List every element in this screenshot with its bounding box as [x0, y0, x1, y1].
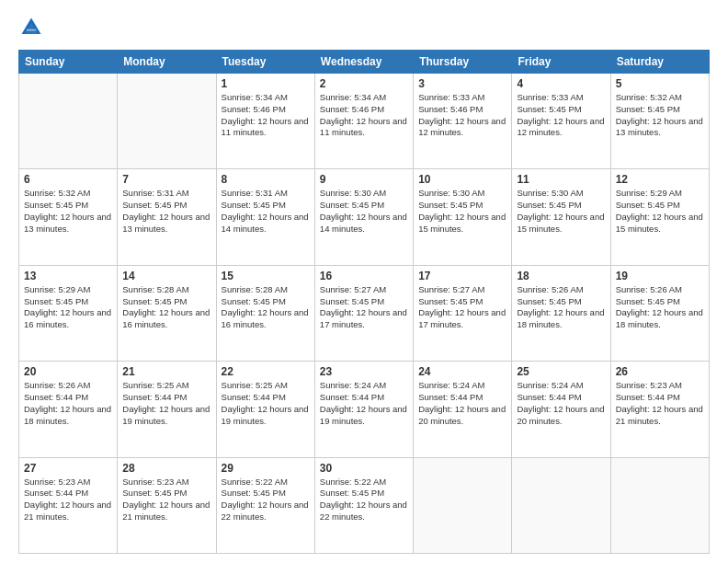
day-info: Sunrise: 5:28 AM Sunset: 5:45 PM Dayligh…	[222, 284, 310, 331]
calendar-week-3: 13Sunrise: 5:29 AM Sunset: 5:45 PM Dayli…	[19, 265, 710, 361]
day-number: 3	[418, 77, 506, 90]
calendar-cell: 8Sunrise: 5:31 AM Sunset: 5:45 PM Daylig…	[216, 169, 314, 265]
day-number: 28	[122, 462, 210, 475]
day-info: Sunrise: 5:33 AM Sunset: 5:46 PM Dayligh…	[418, 92, 506, 139]
day-info: Sunrise: 5:24 AM Sunset: 5:44 PM Dayligh…	[418, 380, 506, 427]
day-number: 30	[320, 462, 408, 475]
calendar-cell: 23Sunrise: 5:24 AM Sunset: 5:44 PM Dayli…	[314, 362, 413, 457]
day-number: 8	[222, 173, 310, 186]
day-number: 22	[222, 365, 310, 378]
day-info: Sunrise: 5:27 AM Sunset: 5:45 PM Dayligh…	[418, 284, 506, 331]
day-info: Sunrise: 5:28 AM Sunset: 5:45 PM Dayligh…	[122, 284, 210, 331]
day-info: Sunrise: 5:25 AM Sunset: 5:44 PM Dayligh…	[222, 380, 310, 427]
day-number: 10	[418, 173, 506, 186]
page: SundayMondayTuesdayWednesdayThursdayFrid…	[0, 0, 728, 563]
calendar-cell: 28Sunrise: 5:23 AM Sunset: 5:45 PM Dayli…	[118, 457, 216, 553]
day-number: 4	[517, 77, 605, 90]
calendar-week-2: 6Sunrise: 5:32 AM Sunset: 5:45 PM Daylig…	[19, 169, 710, 265]
day-info: Sunrise: 5:24 AM Sunset: 5:44 PM Dayligh…	[320, 380, 408, 427]
day-number: 24	[418, 365, 506, 378]
day-number: 16	[320, 270, 408, 282]
logo	[18, 15, 48, 40]
day-number: 21	[122, 365, 210, 378]
calendar-cell: 2Sunrise: 5:34 AM Sunset: 5:46 PM Daylig…	[314, 74, 413, 169]
day-info: Sunrise: 5:33 AM Sunset: 5:45 PM Dayligh…	[517, 92, 605, 139]
calendar-cell: 30Sunrise: 5:22 AM Sunset: 5:45 PM Dayli…	[314, 457, 413, 553]
calendar-cell: 6Sunrise: 5:32 AM Sunset: 5:45 PM Daylig…	[19, 169, 118, 265]
calendar-cell: 27Sunrise: 5:23 AM Sunset: 5:44 PM Dayli…	[19, 457, 118, 553]
day-number: 18	[517, 270, 605, 282]
calendar-cell: 17Sunrise: 5:27 AM Sunset: 5:45 PM Dayli…	[414, 265, 512, 361]
day-number: 7	[122, 173, 210, 186]
calendar-cell	[610, 457, 709, 553]
day-info: Sunrise: 5:23 AM Sunset: 5:44 PM Dayligh…	[24, 477, 112, 523]
day-number: 15	[222, 270, 310, 282]
day-number: 1	[222, 77, 310, 90]
header	[18, 15, 710, 40]
day-number: 23	[320, 365, 408, 378]
calendar-cell: 26Sunrise: 5:23 AM Sunset: 5:44 PM Dayli…	[610, 362, 709, 457]
day-info: Sunrise: 5:29 AM Sunset: 5:45 PM Dayligh…	[616, 188, 704, 235]
calendar-cell: 1Sunrise: 5:34 AM Sunset: 5:46 PM Daylig…	[216, 74, 314, 169]
day-number: 11	[517, 173, 605, 186]
calendar-cell: 21Sunrise: 5:25 AM Sunset: 5:44 PM Dayli…	[118, 362, 216, 457]
day-info: Sunrise: 5:30 AM Sunset: 5:45 PM Dayligh…	[517, 188, 605, 235]
calendar-cell: 29Sunrise: 5:22 AM Sunset: 5:45 PM Dayli…	[216, 457, 314, 553]
day-number: 12	[616, 173, 704, 186]
day-number: 5	[616, 77, 704, 90]
calendar-cell: 4Sunrise: 5:33 AM Sunset: 5:45 PM Daylig…	[512, 74, 610, 169]
day-info: Sunrise: 5:32 AM Sunset: 5:45 PM Dayligh…	[24, 188, 112, 235]
day-number: 20	[24, 365, 112, 378]
day-info: Sunrise: 5:23 AM Sunset: 5:44 PM Dayligh…	[616, 380, 704, 427]
day-number: 17	[418, 270, 506, 282]
logo-icon	[18, 15, 44, 40]
day-info: Sunrise: 5:22 AM Sunset: 5:45 PM Dayligh…	[222, 477, 310, 523]
calendar-cell	[118, 74, 216, 169]
calendar-cell: 24Sunrise: 5:24 AM Sunset: 5:44 PM Dayli…	[414, 362, 512, 457]
calendar-week-4: 20Sunrise: 5:26 AM Sunset: 5:44 PM Dayli…	[19, 362, 710, 457]
day-info: Sunrise: 5:30 AM Sunset: 5:45 PM Dayligh…	[320, 188, 408, 235]
day-info: Sunrise: 5:26 AM Sunset: 5:45 PM Dayligh…	[616, 284, 704, 331]
calendar-cell: 11Sunrise: 5:30 AM Sunset: 5:45 PM Dayli…	[512, 169, 610, 265]
calendar-week-5: 27Sunrise: 5:23 AM Sunset: 5:44 PM Dayli…	[19, 457, 710, 553]
day-info: Sunrise: 5:34 AM Sunset: 5:46 PM Dayligh…	[320, 92, 408, 139]
day-number: 27	[24, 462, 112, 475]
day-info: Sunrise: 5:32 AM Sunset: 5:45 PM Dayligh…	[616, 92, 704, 139]
calendar-header-thursday: Thursday	[414, 51, 512, 74]
calendar-cell: 20Sunrise: 5:26 AM Sunset: 5:44 PM Dayli…	[19, 362, 118, 457]
calendar-cell	[414, 457, 512, 553]
day-info: Sunrise: 5:34 AM Sunset: 5:46 PM Dayligh…	[222, 92, 310, 139]
calendar-cell: 10Sunrise: 5:30 AM Sunset: 5:45 PM Dayli…	[414, 169, 512, 265]
svg-rect-2	[27, 29, 37, 31]
calendar-header-wednesday: Wednesday	[314, 51, 413, 74]
calendar-cell: 3Sunrise: 5:33 AM Sunset: 5:46 PM Daylig…	[414, 74, 512, 169]
calendar-cell: 19Sunrise: 5:26 AM Sunset: 5:45 PM Dayli…	[610, 265, 709, 361]
calendar-cell: 7Sunrise: 5:31 AM Sunset: 5:45 PM Daylig…	[118, 169, 216, 265]
day-number: 25	[517, 365, 605, 378]
day-info: Sunrise: 5:22 AM Sunset: 5:45 PM Dayligh…	[320, 477, 408, 523]
calendar-header-friday: Friday	[512, 51, 610, 74]
day-number: 6	[24, 173, 112, 186]
day-number: 9	[320, 173, 408, 186]
day-info: Sunrise: 5:30 AM Sunset: 5:45 PM Dayligh…	[418, 188, 506, 235]
day-info: Sunrise: 5:24 AM Sunset: 5:44 PM Dayligh…	[517, 380, 605, 427]
day-info: Sunrise: 5:26 AM Sunset: 5:45 PM Dayligh…	[517, 284, 605, 331]
day-info: Sunrise: 5:31 AM Sunset: 5:45 PM Dayligh…	[222, 188, 310, 235]
day-number: 2	[320, 77, 408, 90]
day-number: 26	[616, 365, 704, 378]
calendar-cell: 18Sunrise: 5:26 AM Sunset: 5:45 PM Dayli…	[512, 265, 610, 361]
calendar-header-row: SundayMondayTuesdayWednesdayThursdayFrid…	[19, 51, 710, 74]
day-info: Sunrise: 5:25 AM Sunset: 5:44 PM Dayligh…	[122, 380, 210, 427]
day-info: Sunrise: 5:31 AM Sunset: 5:45 PM Dayligh…	[122, 188, 210, 235]
calendar-cell	[512, 457, 610, 553]
calendar-cell: 12Sunrise: 5:29 AM Sunset: 5:45 PM Dayli…	[610, 169, 709, 265]
calendar-cell: 16Sunrise: 5:27 AM Sunset: 5:45 PM Dayli…	[314, 265, 413, 361]
day-info: Sunrise: 5:26 AM Sunset: 5:44 PM Dayligh…	[24, 380, 112, 427]
day-number: 19	[616, 270, 704, 282]
calendar-cell: 9Sunrise: 5:30 AM Sunset: 5:45 PM Daylig…	[314, 169, 413, 265]
calendar-table: SundayMondayTuesdayWednesdayThursdayFrid…	[18, 50, 710, 554]
calendar-cell: 5Sunrise: 5:32 AM Sunset: 5:45 PM Daylig…	[610, 74, 709, 169]
day-number: 13	[24, 270, 112, 282]
calendar-cell: 15Sunrise: 5:28 AM Sunset: 5:45 PM Dayli…	[216, 265, 314, 361]
calendar-header-sunday: Sunday	[19, 51, 118, 74]
